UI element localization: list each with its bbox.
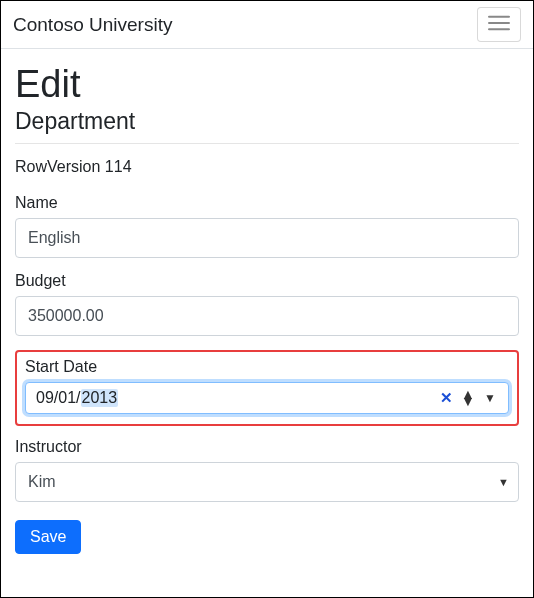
svg-rect-0 (488, 16, 510, 18)
instructor-label: Instructor (15, 438, 519, 456)
page-subtitle: Department (15, 108, 519, 135)
start-date-label: Start Date (25, 358, 509, 376)
svg-rect-1 (488, 22, 510, 24)
navbar-toggle-button[interactable] (477, 7, 521, 42)
navbar-brand[interactable]: Contoso University (13, 14, 172, 36)
divider (15, 143, 519, 144)
hamburger-icon (488, 14, 510, 35)
clear-icon[interactable]: ✕ (438, 389, 454, 407)
svg-rect-2 (488, 28, 510, 30)
name-label: Name (15, 194, 519, 212)
page-title: Edit (15, 63, 519, 106)
spinner-icon[interactable]: ▲▼ (460, 391, 476, 405)
save-button[interactable]: Save (15, 520, 81, 554)
rowversion-text: RowVersion 114 (15, 158, 519, 176)
name-input[interactable] (15, 218, 519, 258)
start-date-year-segment[interactable]: 2013 (81, 389, 119, 407)
instructor-select[interactable]: Kim (15, 462, 519, 502)
start-date-highlight: Start Date 09/01/2013 ✕ ▲▼ ▼ (15, 350, 519, 426)
dropdown-icon[interactable]: ▼ (482, 391, 498, 405)
start-date-value[interactable]: 09/01/2013 (36, 389, 438, 407)
budget-input[interactable] (15, 296, 519, 336)
start-date-input[interactable]: 09/01/2013 ✕ ▲▼ ▼ (25, 382, 509, 414)
budget-label: Budget (15, 272, 519, 290)
